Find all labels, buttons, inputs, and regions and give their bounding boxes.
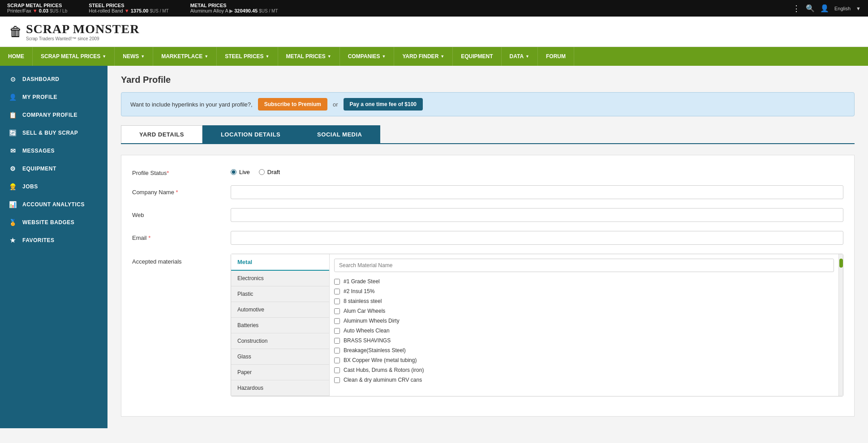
email-row: Email * <box>132 231 843 245</box>
sidebar-label-messages: MESSAGES <box>22 148 55 154</box>
material-category-plastic[interactable]: Plastic <box>231 286 329 302</box>
profile-status-row: Profile Status* Live Draft <box>132 166 843 176</box>
sidebar-item-jobs[interactable]: 👷JOBS <box>0 178 107 196</box>
email-input[interactable] <box>231 231 843 245</box>
search-icon[interactable]: 🔍 <box>806 4 815 13</box>
tab-yard-details[interactable]: YARD DETAILS <box>121 125 202 143</box>
site-header: 🗑 SCRAP MONSTER Scrap Traders Wanted!™ s… <box>0 17 868 47</box>
material-category-automotive[interactable]: Automotive <box>231 302 329 318</box>
material-category-paper[interactable]: Paper <box>231 365 329 380</box>
material-checkbox[interactable] <box>334 328 340 334</box>
material-item: Cast Hubs, Drums & Rotors (iron) <box>334 365 834 375</box>
material-category-batteries[interactable]: Batteries <box>231 318 329 333</box>
material-checkbox[interactable] <box>334 289 340 294</box>
nav-item-yard-finder[interactable]: YARD FINDER▼ <box>394 47 453 66</box>
material-checkbox[interactable] <box>334 308 340 314</box>
material-item: Aluminum Wheels Dirty <box>334 316 834 326</box>
sidebar-icon-website-badges: 🏅 <box>9 219 17 226</box>
sidebar-item-account-analytics[interactable]: 📊ACCOUNT ANALYTICS <box>0 196 107 213</box>
nav-item-forum[interactable]: FORUM <box>538 47 574 66</box>
tab-social-media[interactable]: SOCIAL MEDIA <box>299 125 380 143</box>
nav-item-home[interactable]: HOME <box>0 47 33 66</box>
sidebar-item-equipment[interactable]: ⚙EQUIPMENT <box>0 160 107 178</box>
sidebar-label-sell-&-buy-scrap: SELL & BUY SCRAP <box>22 130 78 136</box>
material-checkbox[interactable] <box>334 377 340 383</box>
nav-item-news[interactable]: NEWS▼ <box>115 47 153 66</box>
materials-search-input[interactable] <box>334 259 834 272</box>
accepted-materials-label: Accepted materials <box>132 254 222 265</box>
accepted-materials-row: Accepted materials MetalElectronicsPlast… <box>132 254 843 396</box>
premium-banner: Want to include hyperlinks in your yard … <box>121 92 855 116</box>
sidebar-icon-company-profile: 📋 <box>9 111 17 119</box>
material-checkbox[interactable] <box>334 318 340 324</box>
material-checkbox[interactable] <box>334 338 340 344</box>
nav-item-scrap-metal-prices[interactable]: SCRAP METAL PRICES▼ <box>33 47 115 66</box>
steel-unit: $US / MT <box>150 9 169 13</box>
material-checkbox[interactable] <box>334 298 340 304</box>
one-time-fee-button[interactable]: Pay a one time fee of $100 <box>344 98 423 111</box>
logo-text[interactable]: SCRAP MONSTER <box>26 22 139 36</box>
scrap-metal-ticker-label: SCRAP METAL PRICES <box>7 3 67 8</box>
ticker-left: SCRAP METAL PRICES Printer/Fax ▼ 0.03 $U… <box>7 3 278 14</box>
nav-item-equipment[interactable]: EQUIPMENT <box>453 47 501 66</box>
nav-item-companies[interactable]: COMPANIES▼ <box>340 47 395 66</box>
logo-area: 🗑 SCRAP MONSTER Scrap Traders Wanted!™ s… <box>9 22 859 41</box>
scrollbar[interactable] <box>838 254 843 396</box>
nav-caret-icon: ▼ <box>204 54 208 59</box>
web-row: Web <box>132 208 843 222</box>
sidebar-item-dashboard[interactable]: ⊙DASHBOARD <box>0 70 107 88</box>
language-selector[interactable]: English <box>834 6 851 11</box>
nav-item-metal-prices[interactable]: METAL PRICES▼ <box>278 47 340 66</box>
radio-live-option[interactable]: Live <box>231 169 250 175</box>
metal-price: 320490.45 <box>234 8 258 13</box>
material-name: Alum Car Wheels <box>344 308 385 314</box>
sidebar-item-website-badges[interactable]: 🏅WEBSITE BADGES <box>0 213 107 231</box>
radio-live-label: Live <box>239 169 250 175</box>
main-layout: ⊙DASHBOARD👤MY PROFILE📋COMPANY PROFILE🔄SE… <box>0 66 868 428</box>
scrap-metal-ticker: SCRAP METAL PRICES Printer/Fax ▼ 0.03 $U… <box>7 3 67 14</box>
material-checkbox[interactable] <box>334 358 340 363</box>
profile-status-radio-group: Live Draft <box>231 166 280 175</box>
profile-status-label: Profile Status* <box>132 166 222 176</box>
material-item: #1 Grade Steel <box>334 277 834 286</box>
lang-caret-icon[interactable]: ▼ <box>856 6 861 11</box>
company-name-input[interactable] <box>231 185 843 199</box>
material-checkbox[interactable] <box>334 279 340 285</box>
content-area: Yard Profile Want to include hyperlinks … <box>107 66 868 428</box>
material-category-glass[interactable]: Glass <box>231 349 329 365</box>
nav-caret-icon: ▼ <box>440 54 444 59</box>
radio-draft-option[interactable]: Draft <box>259 169 280 175</box>
nav-item-data[interactable]: DATA▼ <box>502 47 538 66</box>
sidebar-label-website-badges: WEBSITE BADGES <box>22 219 74 226</box>
material-category-electronics[interactable]: Electronics <box>231 271 329 286</box>
material-category-hazardous[interactable]: Hazardous <box>231 380 329 396</box>
tab-location-details[interactable]: LOCATION DETAILS <box>202 125 299 143</box>
sidebar-item-messages[interactable]: ✉MESSAGES <box>0 142 107 160</box>
sidebar-item-my-profile[interactable]: 👤MY PROFILE <box>0 88 107 106</box>
nav-item-marketplace[interactable]: MARKETPLACE▼ <box>153 47 217 66</box>
sidebar-icon-dashboard: ⊙ <box>9 76 17 83</box>
sidebar-icon-favorites: ★ <box>9 237 17 244</box>
material-checkbox[interactable] <box>334 348 340 354</box>
or-text: or <box>333 101 338 108</box>
logo-sub: Scrap Traders Wanted!™ since 2009 <box>26 36 139 41</box>
web-input[interactable] <box>231 208 843 222</box>
steel-ticker: STEEL PRICES Hot-rolled Band ▼ 1375.00 $… <box>89 3 169 14</box>
sidebar-label-account-analytics: ACCOUNT ANALYTICS <box>22 201 85 208</box>
sidebar-item-company-profile[interactable]: 📋COMPANY PROFILE <box>0 106 107 124</box>
radio-live-input[interactable] <box>231 169 236 175</box>
more-options-icon[interactable]: ⋮ <box>792 4 800 13</box>
nav-item-steel-prices[interactable]: STEEL PRICES▼ <box>217 47 278 66</box>
subscribe-premium-button[interactable]: Subscribe to Premium <box>258 98 327 111</box>
material-item: Breakage(Stainless Steel) <box>334 345 834 355</box>
nav-caret-icon: ▼ <box>382 54 386 59</box>
sidebar-item-sell-&-buy-scrap[interactable]: 🔄SELL & BUY SCRAP <box>0 124 107 142</box>
material-category-construction[interactable]: Construction <box>231 333 329 349</box>
radio-draft-input[interactable] <box>259 169 265 175</box>
material-category-metal[interactable]: Metal <box>231 254 329 271</box>
material-checkbox[interactable] <box>334 367 340 373</box>
sidebar-item-favorites[interactable]: ★FAVORITES <box>0 231 107 249</box>
user-icon[interactable]: 👤 <box>820 4 829 13</box>
form-section: Profile Status* Live Draft Company Nam <box>121 155 855 417</box>
scrap-metal-ticker-value: Printer/Fax ▼ 0.03 $US / Lb <box>7 8 67 13</box>
